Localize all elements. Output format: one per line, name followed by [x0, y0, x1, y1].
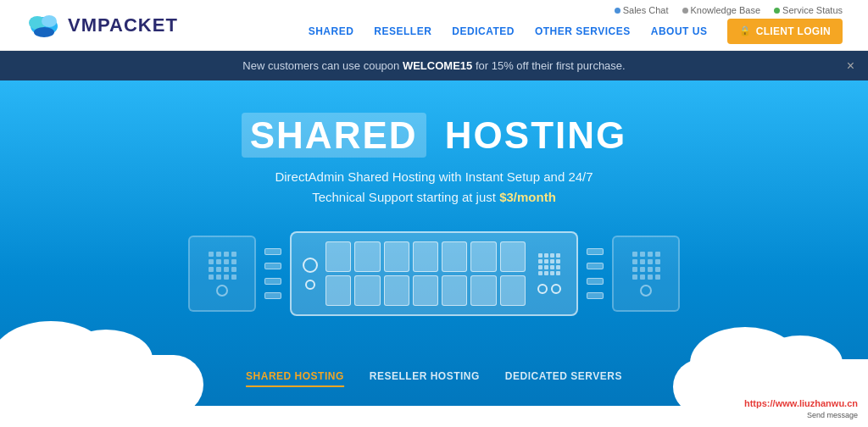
server-side-circle-right	[640, 285, 652, 297]
clouds	[0, 313, 868, 406]
hero-content: SHARED HOSTING DirectAdmin Shared Hostin…	[242, 114, 626, 208]
banner-coupon: WELCOME15	[403, 59, 472, 72]
connector-right	[587, 248, 604, 299]
nav-about-us[interactable]: ABOUT US	[651, 25, 708, 37]
banner-text-after: for 15% off their first purchase.	[476, 59, 626, 72]
service-status-link[interactable]: Service Status	[774, 5, 843, 15]
watermark-url: https://www.liuzhanwu.cn	[741, 397, 861, 409]
server-side-right	[612, 236, 680, 312]
svg-point-3	[34, 27, 54, 37]
nav: SHARED RESELLER DEDICATED OTHER SERVICES…	[309, 19, 843, 44]
server-side-left	[188, 236, 256, 312]
watermark: https://www.liuzhanwu.cn Send message	[741, 395, 861, 420]
banner-close-button[interactable]: ×	[847, 58, 854, 74]
hero-title-highlight: SHARED	[242, 113, 426, 158]
server-bays	[326, 241, 526, 306]
server-circle-large	[303, 258, 318, 273]
cloud-left	[0, 355, 203, 406]
hero-subtitle: DirectAdmin Shared Hosting with Instant …	[242, 167, 626, 208]
watermark-label: Send message	[741, 410, 861, 420]
logo[interactable]: VMPACKET	[25, 9, 178, 42]
sales-chat-link[interactable]: Sales Chat	[615, 5, 669, 15]
banner-text-before: New customers can use coupon	[242, 59, 403, 72]
server-main	[290, 231, 578, 316]
svg-point-2	[42, 15, 57, 27]
hero-price: $3/month	[499, 190, 556, 204]
server-dots-left	[209, 252, 236, 280]
sales-chat-dot	[615, 8, 620, 14]
nav-shared[interactable]: SHARED	[309, 25, 354, 37]
nav-other-services[interactable]: OTHER SERVICES	[535, 25, 631, 37]
server-dots-grid	[538, 253, 560, 275]
client-login-button[interactable]: 🔒 CLIENT LOGIN	[727, 19, 843, 44]
top-links: Sales Chat Knowledge Base Service Status	[615, 5, 843, 15]
nav-dedicated[interactable]: DEDICATED	[452, 25, 515, 37]
server-illustration	[188, 231, 680, 316]
hero-section: SHARED HOSTING DirectAdmin Shared Hostin…	[0, 80, 868, 406]
server-dots-right	[632, 252, 660, 280]
tab-reseller-hosting[interactable]: RESELLER HOSTING	[370, 370, 480, 387]
nav-reseller[interactable]: RESELLER	[374, 25, 431, 37]
hero-title-rest: HOSTING	[445, 114, 626, 156]
tab-dedicated-servers[interactable]: DEDICATED SERVERS	[505, 370, 622, 387]
service-status-dot	[774, 8, 780, 14]
connector-left	[264, 248, 281, 299]
logo-text: VMPACKET	[68, 14, 178, 36]
hero-title: SHARED HOSTING	[242, 114, 626, 157]
server-side-circle-left	[216, 285, 228, 297]
knowledge-base-dot	[682, 8, 688, 14]
hero-tabs: SHARED HOSTING RESELLER HOSTING DEDICATE…	[246, 370, 622, 387]
promo-banner: New customers can use coupon WELCOME15 f…	[0, 51, 868, 80]
knowledge-base-link[interactable]: Knowledge Base	[682, 5, 761, 15]
server-port-right	[532, 253, 566, 294]
server-circle-small	[305, 280, 315, 290]
server-dot-pair	[537, 284, 561, 294]
tab-shared-hosting[interactable]: SHARED HOSTING	[246, 370, 344, 387]
lock-icon: 🔒	[739, 25, 751, 36]
server-port-left	[302, 240, 319, 308]
header: VMPACKET Sales Chat Knowledge Base Servi…	[0, 0, 868, 51]
